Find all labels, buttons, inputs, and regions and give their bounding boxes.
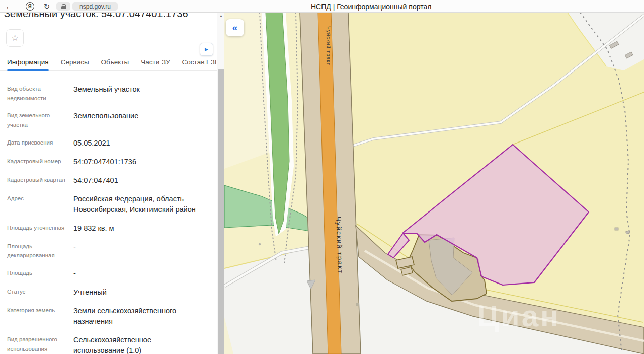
parcel-fields: Вид объекта недвижимостиЗемельный участо…: [0, 71, 211, 354]
field-value: 54:07:047401:1736: [73, 157, 204, 167]
field-row: Вид разрешенного использованияСельскохоз…: [7, 335, 204, 354]
tab-information[interactable]: Информация: [7, 54, 49, 70]
field-row: Площадь уточненная19 832 кв. м: [7, 223, 204, 234]
tab-bar: ИнформацияСервисыОбъектыЧасти ЗУСостав Е…: [0, 54, 217, 71]
yandex-browser-icon[interactable]: Я: [25, 0, 34, 13]
chevrons-left-icon: «: [232, 22, 238, 33]
refresh-icon[interactable]: ↻: [42, 0, 51, 13]
field-label: Вид разрешенного использования: [7, 335, 73, 354]
favorite-button[interactable]: ☆: [6, 29, 24, 47]
field-label: Площадь: [7, 268, 73, 279]
app-window: { "browser": { "url": "nspd.gov.ru", "pa…: [0, 0, 644, 354]
field-label: Статус: [7, 287, 73, 298]
field-row: Кадастровый квартал54:07:047401: [7, 175, 204, 186]
star-icon: ☆: [11, 33, 19, 43]
field-row: АдресРоссийская Федерация, область Новос…: [7, 194, 204, 215]
map-svg: Чуйский тракт Чуйский тракт Циан: [224, 13, 644, 354]
field-label: Вид объекта недвижимости: [7, 84, 73, 103]
panel-scrollbar[interactable]: ▲: [217, 13, 224, 354]
field-row: Кадастровый номер54:07:047401:1736: [7, 157, 204, 167]
field-value: 19 832 кв. м: [73, 223, 204, 234]
field-value: -: [73, 268, 204, 279]
scrollbar-thumb[interactable]: [218, 69, 224, 354]
parcel-info-panel: Земельный участок: 54:07:047401:1736 ☆ И…: [0, 13, 217, 354]
field-value: Учтенный: [73, 287, 204, 298]
field-value: 54:07:047401: [73, 175, 204, 186]
field-row: Вид земельного участкаЗемлепользование: [7, 111, 204, 129]
field-label: Кадастровый номер: [7, 157, 73, 167]
field-label: Категория земель: [7, 306, 73, 327]
field-label: Площадь уточненная: [7, 223, 73, 234]
address-bar[interactable]: nspd.gov.ru: [72, 2, 118, 11]
field-value: Сельскохозяйственное использование (1.0): [73, 335, 204, 354]
field-label: Адрес: [7, 194, 73, 215]
field-value: Российская Федерация, область Новосибирс…: [73, 194, 204, 215]
ssl-lock-badge[interactable]: [56, 2, 70, 11]
tab-3[interactable]: Части ЗУ: [141, 54, 170, 70]
field-label: Кадастровый квартал: [7, 175, 73, 186]
map-canvas[interactable]: Чуйский тракт Чуйский тракт Циан «: [224, 13, 644, 354]
field-row: СтатусУчтенный: [7, 287, 204, 298]
browser-toolbar: ← Я ↻ nspd.gov.ru НСПД | Геоинформационн…: [0, 0, 644, 13]
tab-4[interactable]: Состав ЕЗП: [182, 54, 217, 70]
field-value: 05.05.2021: [73, 138, 204, 149]
collapse-panel-button[interactable]: «: [226, 19, 244, 36]
chevron-right-icon: ▶: [205, 47, 208, 52]
field-row: Площадь-: [7, 268, 204, 279]
back-icon[interactable]: ←: [4, 0, 14, 13]
field-label: Вид земельного участка: [7, 111, 73, 129]
scroll-up-icon[interactable]: ▲: [217, 14, 225, 18]
field-row: Категория земельЗемли сельскохозяйственн…: [7, 306, 204, 327]
field-label: Дата присвоения: [7, 138, 73, 149]
tab-2[interactable]: Объекты: [101, 54, 129, 70]
field-value: Земельный участок: [73, 84, 204, 103]
field-value: Земли сельскохозяйственного назначения: [73, 306, 204, 327]
field-row: Вид объекта недвижимостиЗемельный участо…: [7, 84, 204, 103]
tabs-overflow-button[interactable]: ▶: [200, 43, 213, 56]
field-row: Дата присвоения05.05.2021: [7, 138, 204, 149]
field-row: Площадь декларированная-: [7, 242, 204, 260]
lock-icon: [61, 6, 66, 9]
parcel-title: Земельный участок: 54:07:047401:1736: [4, 13, 217, 20]
tab-1[interactable]: Сервисы: [61, 54, 89, 70]
field-value: Землепользование: [73, 111, 204, 129]
watermark: Циан: [477, 299, 560, 333]
road-label-top: Чуйский тракт: [326, 26, 331, 65]
field-label: Площадь декларированная: [7, 242, 73, 260]
field-value: -: [73, 242, 204, 260]
browser-page-title: НСПД | Геоинформационный портал: [311, 0, 431, 13]
